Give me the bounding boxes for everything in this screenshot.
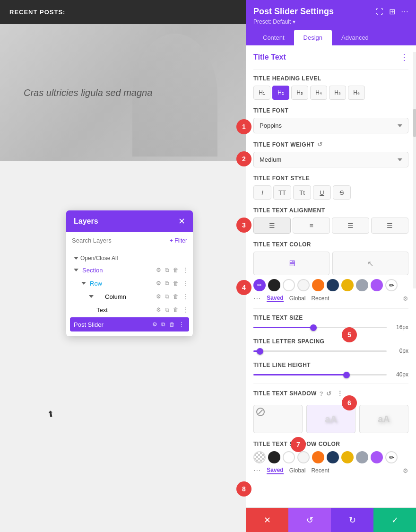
reset-button[interactable]: ↺ [288,508,331,532]
swatch-navy[interactable] [327,279,339,291]
row-delete-btn[interactable]: 🗑 [172,279,180,288]
shadow-swatch-white[interactable] [283,451,295,463]
layers-search-input[interactable] [72,237,166,244]
scrollbar-thumb[interactable] [413,109,416,137]
shadow-checker-swatch[interactable] [253,451,266,463]
shadow-swatch-navy[interactable] [327,451,339,463]
row-duplicate-btn[interactable]: ⧉ [164,279,170,288]
shadow-help-icon[interactable]: ? [320,390,323,397]
title-font-weight-select[interactable]: Medium [253,152,408,167]
swatch-lightgray[interactable] [297,279,310,291]
post-slider-more-btn[interactable]: ⋮ [178,320,185,329]
section-settings-btn[interactable]: ⚙ [155,266,162,274]
align-left-btn[interactable]: ☰ [253,218,291,234]
section-duplicate-btn[interactable]: ⧉ [164,266,170,274]
tab-advanced[interactable]: Advanced [332,30,378,45]
shadow-reset-icon[interactable]: ↺ [326,390,332,397]
open-close-all[interactable]: Open/Close All [66,253,193,263]
swatch-yellow[interactable] [341,279,354,291]
heading-h5-btn[interactable]: H₅ [329,86,346,100]
section-delete-btn[interactable]: 🗑 [172,266,180,274]
shadow-color-settings-icon[interactable]: ⚙ [403,467,408,474]
section-more-button[interactable]: ⋮ [400,52,408,62]
shadow-tab-saved[interactable]: Saved [267,467,283,474]
swatch-black[interactable] [268,279,280,291]
column-more-btn[interactable]: ⋮ [182,292,189,301]
text-settings-btn[interactable]: ⚙ [155,305,162,314]
color-tab-global[interactable]: Global [289,295,306,302]
color-pencil-btn[interactable]: ✏ [385,279,398,291]
shadow-pencil-btn[interactable]: ✏ [385,451,398,463]
swatch-gray[interactable] [356,279,368,291]
shadow-swatch-black[interactable] [268,451,280,463]
shadow-swatch-gray[interactable] [356,451,368,463]
text-duplicate-btn[interactable]: ⧉ [164,305,170,314]
layer-item-section[interactable]: Section ⚙ ⧉ 🗑 ⋮ [66,263,193,277]
shadow-swatch-yellow[interactable] [341,451,354,463]
tab-content[interactable]: Content [253,30,294,45]
post-slider-delete-btn[interactable]: 🗑 [168,320,176,329]
more-swatches-icon[interactable]: ··· [253,294,261,303]
post-slider-duplicate-btn[interactable]: ⧉ [160,320,166,329]
tab-design[interactable]: Design [294,30,332,45]
color-picker-cursor[interactable]: ↖ [332,252,408,275]
grid-icon[interactable]: ⊞ [389,7,395,16]
save-button[interactable]: ✓ [373,508,416,532]
heading-h4-btn[interactable]: H₄ [310,86,327,100]
uppercase-btn[interactable]: TT [273,185,291,200]
expand-icon[interactable]: ⛶ [376,8,383,16]
row-settings-btn[interactable]: ⚙ [155,279,162,288]
shadow-style2-box[interactable]: aA [359,405,408,433]
layers-close-button[interactable]: ✕ [178,217,185,226]
heading-h2-btn[interactable]: H₂ [272,86,289,100]
shadow-more-swatches-icon[interactable]: ··· [253,466,261,475]
color-picker-monitor[interactable]: 🖥 [253,252,329,275]
shadow-swatch-lightgray[interactable] [297,451,310,463]
align-center-btn[interactable]: ≡ [293,218,330,234]
layers-filter-button[interactable]: + Filter [170,237,187,244]
edit-color-btn[interactable]: ✏ [253,279,266,291]
title-spacing-thumb[interactable] [257,348,263,355]
swatch-purple[interactable] [371,279,383,291]
shadow-tab-recent[interactable]: Recent [311,467,329,474]
font-weight-reset-icon[interactable]: ↺ [317,141,323,148]
section-more-btn[interactable]: ⋮ [182,266,189,274]
column-delete-btn[interactable]: 🗑 [172,292,180,301]
swatch-orange[interactable] [312,279,324,291]
layer-item-column[interactable]: Column ⚙ ⧉ 🗑 ⋮ [66,290,193,303]
strikethrough-btn[interactable]: S [333,185,351,200]
color-tab-recent[interactable]: Recent [311,295,329,302]
shadow-swatch-purple[interactable] [371,451,383,463]
text-more-btn[interactable]: ⋮ [182,305,189,314]
shadow-swatch-orange[interactable] [312,451,324,463]
align-justify-btn[interactable]: ☰ [371,218,408,234]
shadow-tab-global[interactable]: Global [289,467,306,474]
layer-item-post-slider[interactable]: Post Slider ⚙ ⧉ 🗑 ⋮ [70,317,189,331]
shadow-none-box[interactable] [253,405,303,433]
row-more-btn[interactable]: ⋮ [182,279,189,288]
layer-item-row[interactable]: Row ⚙ ⧉ 🗑 ⋮ [66,277,193,290]
heading-h6-btn[interactable]: H₆ [348,86,365,100]
italic-btn[interactable]: I [253,185,271,200]
settings-preset[interactable]: Preset: Default ▾ [253,18,408,25]
layer-item-text[interactable]: Text ⚙ ⧉ 🗑 ⋮ [66,303,193,316]
heading-h1-btn[interactable]: H₁ [253,86,270,100]
swatch-white[interactable] [283,279,295,291]
title-font-select[interactable]: Poppins [253,118,408,133]
title-lineheight-thumb[interactable] [343,372,350,378]
post-slider-settings-btn[interactable]: ⚙ [151,320,158,329]
redo-button[interactable]: ↻ [331,508,373,532]
align-right-btn[interactable]: ☰ [332,218,369,234]
color-settings-icon[interactable]: ⚙ [403,295,408,302]
heading-h3-btn[interactable]: H₃ [291,86,308,100]
title-size-thumb[interactable] [310,324,317,331]
underline-btn[interactable]: U [313,185,331,200]
color-tab-saved[interactable]: Saved [267,295,283,302]
cancel-button[interactable]: ✕ [246,508,288,532]
column-duplicate-btn[interactable]: ⧉ [164,292,170,301]
capitalize-btn[interactable]: Tt [293,185,311,200]
text-delete-btn[interactable]: 🗑 [172,305,180,314]
shadow-more-icon[interactable]: ⋮ [337,390,344,397]
column-settings-btn[interactable]: ⚙ [155,292,162,301]
more-options-icon[interactable]: ⋯ [401,7,408,16]
